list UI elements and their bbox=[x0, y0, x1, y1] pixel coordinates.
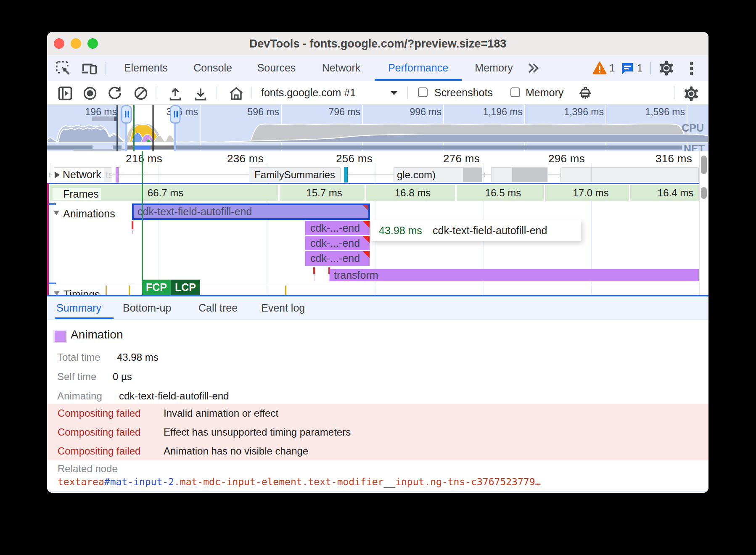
node-classes: .mat-mdc-input-element.text-modifier__in… bbox=[174, 476, 541, 487]
divider bbox=[650, 62, 651, 74]
tab-event-log[interactable]: Event log bbox=[261, 296, 305, 319]
target-selector[interactable]: fonts.google.com #1 bbox=[261, 81, 356, 104]
animation-event-tick bbox=[132, 221, 133, 229]
record-icon[interactable] bbox=[83, 86, 97, 102]
capture-settings-gear-icon[interactable] bbox=[684, 86, 699, 103]
kebab-menu-icon[interactable] bbox=[689, 61, 695, 77]
timeline-overview[interactable]: 196 ms 396 ms 596 ms 796 ms 996 ms 1,196… bbox=[47, 105, 708, 151]
animation-tooltip: 43.98 ms cdk-text-field-autofill-end bbox=[370, 220, 582, 241]
tooltip-duration: 43.98 ms bbox=[379, 225, 422, 237]
compositing-warning-row: Compositing failed Invalid animation or … bbox=[47, 404, 708, 423]
dcl-marker-tick bbox=[49, 283, 56, 284]
track-collapse-arrow-icon[interactable] bbox=[53, 171, 61, 181]
compositing-failed-corner bbox=[362, 236, 370, 243]
animation-bar-transform[interactable]: transform bbox=[330, 269, 699, 281]
tab-call-tree[interactable]: Call tree bbox=[198, 296, 238, 319]
details-pane: Summary Bottom-up Call tree Event log An… bbox=[47, 295, 708, 493]
warning-description: Invalid animation or effect bbox=[164, 404, 278, 423]
window-title: DevTools - fonts.google.com/?preview.siz… bbox=[47, 32, 708, 55]
animation-event-stem bbox=[132, 229, 133, 234]
animation-bar[interactable]: cdk-...-end bbox=[305, 236, 370, 250]
summary-row-value: cdk-text-field-autofill-end bbox=[119, 390, 229, 402]
screenshots-checkbox[interactable] bbox=[418, 87, 428, 97]
tab-sources[interactable]: Sources bbox=[254, 55, 299, 81]
warning-label: Compositing failed bbox=[58, 404, 140, 423]
lcp-marker-badge[interactable]: LCP bbox=[171, 280, 200, 295]
related-node-link[interactable]: textarea#mat-input-2.mat-mdc-input-eleme… bbox=[58, 476, 541, 487]
divider bbox=[407, 86, 408, 99]
toggle-sidebar-icon[interactable] bbox=[58, 86, 72, 102]
frame-cell[interactable]: 15.7 ms bbox=[280, 185, 365, 201]
tab-summary[interactable]: Summary bbox=[56, 296, 101, 319]
tab-bottom-up[interactable]: Bottom-up bbox=[123, 296, 171, 319]
reload-icon[interactable] bbox=[107, 86, 122, 102]
frame-cell[interactable]: 16.4 ms bbox=[630, 185, 699, 201]
dropdown-arrow-icon[interactable] bbox=[389, 90, 399, 98]
timestamp-tick bbox=[129, 285, 130, 295]
divider bbox=[216, 86, 217, 99]
request-tick-violet bbox=[116, 167, 119, 182]
animation-bar[interactable]: cdk-...-end bbox=[305, 221, 370, 235]
frames-track-title[interactable]: Frames bbox=[63, 188, 99, 200]
warning-label: Compositing failed bbox=[58, 423, 140, 441]
tab-elements[interactable]: Elements bbox=[121, 55, 171, 81]
screenshots-label[interactable]: Screenshots bbox=[434, 81, 493, 104]
divider bbox=[105, 62, 106, 74]
request-download-segment bbox=[463, 167, 482, 182]
download-icon[interactable] bbox=[193, 86, 209, 103]
frame-cell[interactable]: 17.0 ms bbox=[545, 185, 629, 201]
network-request-bar[interactable]: gle.com) bbox=[394, 167, 482, 182]
track-expand-arrow-icon[interactable] bbox=[53, 210, 60, 217]
summary-row-value: 0 µs bbox=[113, 371, 132, 383]
garbage-collect-icon[interactable] bbox=[578, 86, 593, 103]
scrollbar-gutter-border bbox=[699, 151, 700, 295]
scrollbar-thumb[interactable] bbox=[701, 187, 707, 199]
request-download-segment bbox=[512, 167, 547, 182]
animation-bar[interactable]: cdk-...-end bbox=[305, 251, 370, 266]
animation-event-tick bbox=[313, 267, 315, 274]
network-request-bar[interactable] bbox=[491, 167, 548, 182]
active-tab-underline bbox=[55, 317, 114, 319]
fcp-marker-line bbox=[142, 151, 143, 280]
tab-network[interactable]: Network bbox=[318, 55, 364, 81]
device-toolbar-icon[interactable] bbox=[81, 61, 98, 78]
memory-label[interactable]: Memory bbox=[526, 81, 563, 104]
request-whisker bbox=[548, 174, 560, 175]
memory-checkbox[interactable] bbox=[510, 87, 520, 97]
navigation-marker-line bbox=[47, 183, 49, 295]
inspect-icon[interactable] bbox=[56, 61, 71, 78]
warning-count: 1 bbox=[609, 55, 615, 81]
frame-cell[interactable]: 16.5 ms bbox=[457, 185, 544, 201]
timeline-ruler: 216 ms 236 ms 256 ms 276 ms 296 ms 316 m… bbox=[47, 151, 699, 166]
animations-track-title[interactable]: Animations bbox=[63, 208, 115, 220]
compositing-failed-corner bbox=[362, 251, 370, 258]
timestamp-tick bbox=[285, 285, 286, 295]
network-request-bar[interactable]: FamilySummaries bbox=[249, 167, 341, 182]
request-bar-divider bbox=[591, 168, 592, 182]
fcp-marker-badge[interactable]: FCP bbox=[142, 280, 171, 295]
divider bbox=[156, 86, 156, 99]
upload-icon[interactable] bbox=[167, 86, 183, 103]
divider bbox=[251, 86, 252, 99]
ruler-tick-label: 276 ms bbox=[425, 152, 480, 165]
tab-memory[interactable]: Memory bbox=[471, 55, 517, 81]
tab-performance[interactable]: Performance bbox=[375, 55, 462, 81]
warning-description: Animation has no visible change bbox=[164, 441, 308, 460]
track-splitter[interactable] bbox=[47, 183, 699, 184]
animation-event-stem bbox=[314, 274, 315, 281]
network-track-title[interactable]: Network bbox=[63, 169, 101, 181]
frame-cell[interactable]: 16.8 ms bbox=[366, 185, 455, 201]
compositing-failed-corner bbox=[362, 221, 370, 228]
home-icon[interactable] bbox=[228, 86, 244, 103]
message-icon[interactable] bbox=[621, 62, 634, 77]
clear-icon[interactable] bbox=[134, 86, 148, 102]
animation-bar-selected[interactable]: cdk-text-field-autofill-end bbox=[132, 204, 370, 220]
settings-gear-icon[interactable] bbox=[659, 61, 674, 77]
selection-handles[interactable] bbox=[47, 105, 708, 151]
warning-icon[interactable] bbox=[592, 61, 607, 77]
tab-console[interactable]: Console bbox=[189, 55, 236, 81]
scrollbar-thumb[interactable] bbox=[701, 156, 707, 174]
network-request-bar[interactable] bbox=[560, 167, 699, 182]
more-tabs-icon[interactable] bbox=[527, 62, 541, 76]
ruler-tick-label: 316 ms bbox=[637, 152, 692, 165]
